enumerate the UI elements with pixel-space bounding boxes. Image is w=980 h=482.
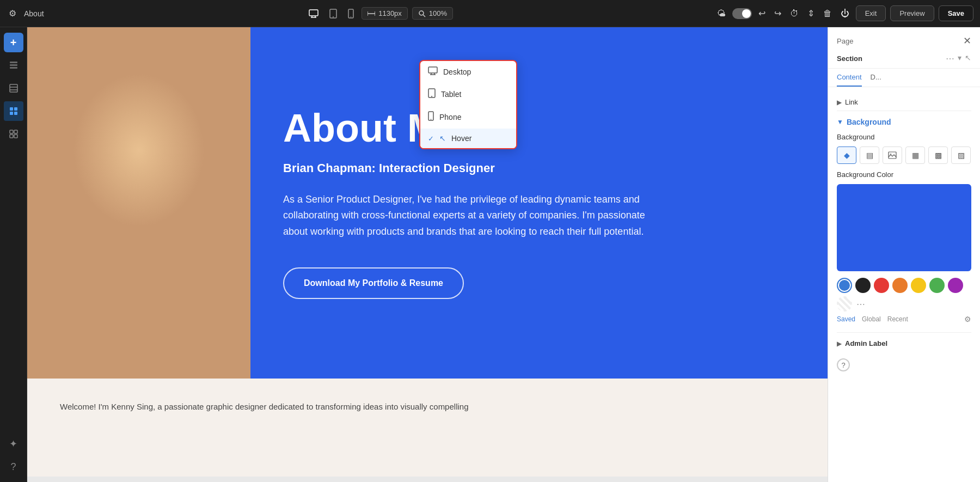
download-button[interactable]: Download My Portfolio & Resume [283,267,464,299]
canvas-area: About Me Brian Chapman: Interaction Desi… [27,27,828,482]
sidebar-sections-icon[interactable] [4,78,23,98]
bg-type-pattern1-button[interactable]: ▦ [905,147,925,164]
color-settings-icon[interactable]: ⚙ [964,315,971,324]
phone-icon [428,111,434,123]
svg-rect-27 [428,67,437,73]
admin-section: ▶ Admin Label [837,332,971,347]
page-title: About [24,9,44,18]
color-swatch-none[interactable] [837,296,852,312]
help-icon-button[interactable]: ? [837,358,850,371]
panel-bg-arrow-icon: ▼ [837,118,843,126]
color-tab-global[interactable]: Global [862,315,881,323]
sidebar-magic-icon[interactable]: ✦ [4,434,23,454]
undo-button[interactable]: ↩ [756,6,768,21]
toggle-button[interactable] [732,8,752,19]
delete-button[interactable]: 🗑 [821,7,834,21]
hero-title: About Me [283,107,795,150]
color-swatch-green[interactable] [929,278,945,293]
dropdown-item-phone[interactable]: Phone [420,106,516,129]
bottom-text: Welcome! I'm Kenny Sing, a passionate gr… [60,400,795,413]
panel-cursor-icon: ↖ [965,53,971,64]
svg-rect-16 [10,84,17,92]
sidebar-help-icon[interactable]: ? [4,457,23,477]
history-button[interactable]: ⏱ [788,7,801,21]
svg-rect-26 [14,135,17,138]
main-layout: + ✦ ? About Me Brian Chapman: Interactio… [0,27,980,482]
hero-content: About Me Brian Chapman: Interaction Desi… [250,27,828,379]
panel-dots-icon: ⋯ [946,53,954,64]
save-button[interactable]: Save [939,5,973,21]
color-tab-recent[interactable]: Recent [887,315,908,323]
panel-section-controls: ⋯ ▾ ↖ [946,53,971,64]
svg-point-32 [431,96,432,97]
phone-device-button[interactable] [345,7,357,21]
topbar: ⚙ About 1130px 100% 🌤 ↩ ↪ ⏱ ⇕ 🗑 ⏻ [0,0,980,27]
zoom-value: 100% [429,9,447,17]
color-swatch-orange[interactable] [892,278,908,293]
color-tabs-row: Saved Global Recent ⚙ [837,315,971,324]
svg-rect-15 [10,67,17,69]
admin-label-row: ▶ Admin Label [837,339,971,347]
tab-content[interactable]: Content [837,69,862,87]
help-row: ? [837,358,971,371]
topbar-right: 🌤 ↩ ↪ ⏱ ⇕ 🗑 ⏻ Exit Preview Save [715,5,973,21]
tab-design[interactable]: D... [871,69,881,87]
panel-body: ▶ Link ▼ Background Background ◆ ▤ ▦ ▩ [828,87,980,482]
bg-color-swatch[interactable] [837,184,971,271]
check-icon: ✓ [428,135,434,143]
tablet-device-button[interactable] [326,7,340,21]
layout-button[interactable]: ⇕ [805,6,817,21]
bg-type-pattern3-button[interactable]: ▨ [951,147,971,164]
panel-bg-title: Background [847,118,891,126]
color-tab-saved[interactable]: Saved [837,315,855,323]
device-dropdown-menu: Desktop Tablet Phone ✓ ↖ H [419,60,517,149]
dropdown-hover-label: Hover [451,134,471,143]
panel-header: Page ✕ Section ⋯ ▾ ↖ [828,27,980,69]
right-panel: Page ✕ Section ⋯ ▾ ↖ Content D... ▶ Link [828,27,980,482]
dropdown-item-tablet[interactable]: Tablet [420,83,516,106]
cursor-icon: ↖ [439,134,446,143]
dropdown-tablet-label: Tablet [441,90,461,99]
dropdown-desktop-label: Desktop [443,68,471,76]
sidebar-pages-icon[interactable] [4,101,23,121]
add-element-button[interactable]: + [4,33,23,52]
panel-link-label: Link [845,98,858,106]
svg-rect-23 [10,130,13,133]
topbar-left: ⚙ About [7,6,44,21]
bg-type-gradient-button[interactable]: ▤ [860,147,879,164]
dropdown-item-hover[interactable]: ✓ ↖ Hover [420,129,516,148]
tablet-icon [428,88,436,100]
color-swatch-red[interactable] [874,278,889,293]
sidebar-components-icon[interactable] [4,124,23,144]
sidebar-layers-icon[interactable] [4,56,23,75]
redo-button[interactable]: ↪ [772,6,783,21]
exit-button[interactable]: Exit [856,5,886,21]
person-photo [27,27,250,379]
hero-image [27,27,250,379]
color-swatch-purple[interactable] [948,278,963,293]
dropdown-item-desktop[interactable]: Desktop [420,61,516,83]
color-swatch-blue[interactable] [837,278,852,293]
svg-rect-13 [10,62,17,63]
admin-label-text: Admin Label [845,339,887,347]
color-more-icon[interactable]: ⋯ [856,299,865,309]
panel-chevron-down-icon: ▾ [958,53,961,64]
panel-section-row: Section ⋯ ▾ ↖ [837,49,971,68]
panel-close-button[interactable]: ✕ [963,35,971,47]
preview-button[interactable]: Preview [890,5,934,21]
desktop-device-button[interactable] [305,7,322,20]
bg-type-image-button[interactable] [883,147,902,164]
power-button[interactable]: ⏻ [838,7,852,21]
settings-button[interactable]: ⚙ [7,6,19,21]
color-swatch-black[interactable] [855,278,871,293]
panel-link-row: ▶ Link [837,94,971,111]
panel-page-label: Page [837,37,853,45]
color-swatch-yellow[interactable] [911,278,926,293]
left-sidebar: + ✦ ? [0,27,27,482]
bg-type-solid-button[interactable]: ◆ [837,147,856,164]
zoom-display: 100% [412,7,453,20]
bg-type-pattern2-button[interactable]: ▩ [928,147,948,164]
hero-subtitle: Brian Chapman: Interaction Designer [283,161,795,175]
desktop-icon [428,66,438,77]
sun-icon-button[interactable]: 🌤 [715,7,728,21]
